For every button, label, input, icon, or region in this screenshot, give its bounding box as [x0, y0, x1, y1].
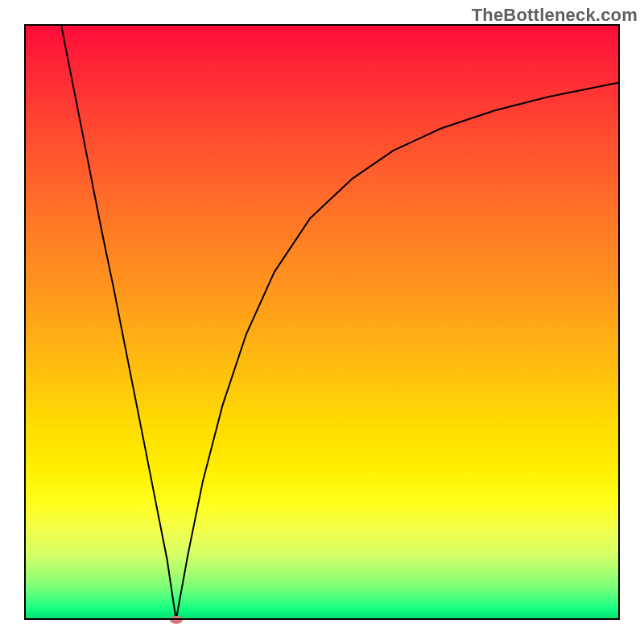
bottleneck-curve	[60, 24, 620, 620]
min-marker-icon	[170, 616, 183, 624]
plot-area	[24, 24, 620, 620]
watermark-text: TheBottleneck.com	[472, 5, 638, 26]
curve-svg	[24, 24, 620, 620]
chart-frame: TheBottleneck.com	[0, 0, 644, 644]
